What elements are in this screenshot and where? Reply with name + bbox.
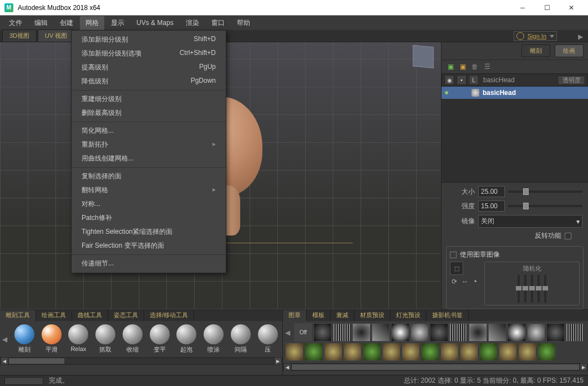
menu-网格[interactable]: 网格 xyxy=(80,16,104,30)
tool-雕刻[interactable]: 雕刻 xyxy=(12,324,37,354)
menu-渲染[interactable]: 渲染 xyxy=(180,16,205,30)
size-input[interactable]: 25.00 xyxy=(478,186,505,197)
tool-抓取[interactable]: 抓取 xyxy=(93,324,118,354)
rand-slider-2[interactable] xyxy=(524,275,526,303)
new-layer-icon[interactable]: ▣ xyxy=(446,62,455,71)
shelf-tab-图章[interactable]: 图章 xyxy=(283,310,307,321)
new-folder-icon[interactable]: ▣ xyxy=(458,62,467,71)
menuitem-添加新细分级别选项[interactable]: 添加新细分级别选项Ctrl+Shift+D xyxy=(72,47,226,61)
menu-UVs & Maps[interactable]: UVs & Maps xyxy=(131,17,179,29)
rand-slider-5[interactable] xyxy=(544,275,546,303)
stamp-thumb-5[interactable] xyxy=(410,323,429,342)
shelf-tab-绘画工具[interactable]: 绘画工具 xyxy=(36,310,72,321)
menu-创建[interactable]: 创建 xyxy=(54,16,79,30)
stamp-thumb-2[interactable] xyxy=(352,323,371,342)
mirror-select[interactable]: 关闭 ▾ xyxy=(478,215,582,228)
stamp-thumb-23[interactable] xyxy=(460,343,478,361)
tool-scroll-left[interactable]: ◀ xyxy=(2,324,10,354)
l-header[interactable]: L xyxy=(469,75,479,85)
lock-header-icon[interactable]: • xyxy=(457,75,467,85)
stamp-thumb-8[interactable] xyxy=(469,323,487,342)
menuitem-用曲线创建网格...[interactable]: 用曲线创建网格... xyxy=(72,152,226,166)
shelf-tab-灯光预设[interactable]: 灯光预设 xyxy=(391,310,427,321)
stamp-thumb-14[interactable] xyxy=(285,343,303,361)
layer-row-basichead[interactable]: basicHead xyxy=(442,87,588,99)
shelf-right-scrollbar[interactable]: ◀▶ xyxy=(283,363,588,371)
tab-uv-view[interactable]: UV 视图 xyxy=(38,29,74,42)
stamp-scroll-left[interactable]: ◀ xyxy=(285,323,293,342)
invert-checkbox[interactable] xyxy=(565,233,571,239)
use-stamp-checkbox[interactable] xyxy=(450,252,457,258)
tool-变平[interactable]: 变平 xyxy=(147,324,172,354)
stamp-off[interactable]: Off xyxy=(294,323,312,342)
stamp-thumb-27[interactable] xyxy=(538,343,556,361)
menuitem-删除最高级别[interactable]: 删除最高级别 xyxy=(72,106,226,120)
maximize-button[interactable]: ☐ xyxy=(535,0,559,16)
trash-icon[interactable]: 🗑 xyxy=(470,62,479,71)
tool-Relax[interactable]: Relax xyxy=(66,324,91,354)
tool-压[interactable]: 压 xyxy=(255,324,280,354)
tab-sculpt[interactable]: 雕刻 xyxy=(521,44,550,57)
stamp-thumb-6[interactable] xyxy=(430,323,448,342)
stamp-thumb-25[interactable] xyxy=(499,343,517,361)
stamp-thumb-17[interactable] xyxy=(343,343,362,361)
menuitem-添加新细分级别[interactable]: 添加新细分级别Shift+D xyxy=(72,33,226,47)
stamp-thumb-13[interactable] xyxy=(566,323,584,342)
shelf-tab-雕刻工具[interactable]: 雕刻工具 xyxy=(0,310,36,321)
shelf-tab-模板[interactable]: 模板 xyxy=(307,310,331,321)
rand-slider-3[interactable] xyxy=(531,275,533,303)
stamp-preview[interactable]: ⬚ xyxy=(450,262,463,275)
minimize-button[interactable]: ─ xyxy=(510,0,535,16)
strength-input[interactable]: 15.00 xyxy=(478,200,505,212)
view-cube[interactable] xyxy=(413,45,434,68)
merge-icon[interactable]: ☰ xyxy=(483,62,491,71)
tool-平滑[interactable]: 平滑 xyxy=(39,324,64,354)
menuitem-对称...[interactable]: 对称... xyxy=(72,197,226,211)
arrows-icon[interactable]: ↔ xyxy=(460,277,469,286)
menu-编辑[interactable]: 编辑 xyxy=(29,16,53,30)
stamp-thumb-18[interactable] xyxy=(363,343,381,361)
stamp-thumb-11[interactable] xyxy=(527,323,545,342)
layer-list-empty-area[interactable] xyxy=(442,99,588,182)
visibility-header-icon[interactable]: ◉ xyxy=(444,75,454,85)
stamp-thumb-9[interactable] xyxy=(488,323,506,342)
shelf-tab-衰减[interactable]: 衰减 xyxy=(331,310,354,321)
stamp-thumb-20[interactable] xyxy=(402,343,420,361)
menuitem-简化网格...[interactable]: 简化网格... xyxy=(72,124,226,138)
menuitem-翻转网格[interactable]: 翻转网格▸ xyxy=(72,183,226,197)
stamp-thumb-12[interactable] xyxy=(546,323,565,342)
menuitem-降低级别[interactable]: 降低级别PgDown xyxy=(72,74,226,88)
shelf-left-scrollbar[interactable]: ◀▶ xyxy=(0,357,282,365)
shelf-tab-材质预设[interactable]: 材质预设 xyxy=(354,310,391,321)
menuitem-Tighten Selection紧缩选择的面[interactable]: Tighten Selection紧缩选择的面 xyxy=(72,225,226,239)
stamp-thumb-21[interactable] xyxy=(421,343,439,361)
stamp-thumb-7[interactable] xyxy=(449,323,468,342)
rand-slider-4[interactable] xyxy=(538,275,540,303)
shelf-tab-姿态工具[interactable]: 姿态工具 xyxy=(108,310,144,321)
menuitem-Patch修补[interactable]: Patch修补 xyxy=(72,211,226,225)
menu-文件[interactable]: 文件 xyxy=(3,16,28,30)
stamp-thumb-0[interactable] xyxy=(313,323,332,342)
stamp-thumb-4[interactable] xyxy=(391,323,409,342)
shelf-tab-选择/移动工具[interactable]: 选择/移动工具 xyxy=(144,310,194,321)
tool-起泡[interactable]: 起泡 xyxy=(174,324,199,354)
stamp-thumb-22[interactable] xyxy=(440,343,459,361)
menuitem-Fair Selection 变平选择的面[interactable]: Fair Selection 变平选择的面 xyxy=(72,239,226,253)
tab-paint[interactable]: 绘画 xyxy=(555,44,584,57)
menuitem-传递细节...[interactable]: 传递细节... xyxy=(72,257,226,270)
menu-显示[interactable]: 显示 xyxy=(105,16,130,30)
stamp-thumb-3[interactable] xyxy=(372,323,390,342)
shelf-tab-摄影机书签[interactable]: 摄影机书签 xyxy=(427,310,469,321)
refresh-icon[interactable]: ⟳ xyxy=(450,277,459,286)
menuitem-提高级别[interactable]: 提高级别PgUp xyxy=(72,61,226,74)
stamp-thumb-16[interactable] xyxy=(324,343,342,361)
tool-喷涂[interactable]: 喷涂 xyxy=(201,324,226,354)
tool-间隔[interactable]: 间隔 xyxy=(228,324,253,354)
size-slider[interactable] xyxy=(508,191,582,193)
strength-slider[interactable] xyxy=(508,205,582,207)
stamp-thumb-24[interactable] xyxy=(479,343,498,361)
menuitem-重建细分级别[interactable]: 重建细分级别 xyxy=(72,92,226,106)
stamp-thumb-19[interactable] xyxy=(382,343,401,361)
nav-forward-icon[interactable]: ▶ xyxy=(576,32,585,41)
menuitem-重新拓扑[interactable]: 重新拓扑▸ xyxy=(72,138,226,152)
